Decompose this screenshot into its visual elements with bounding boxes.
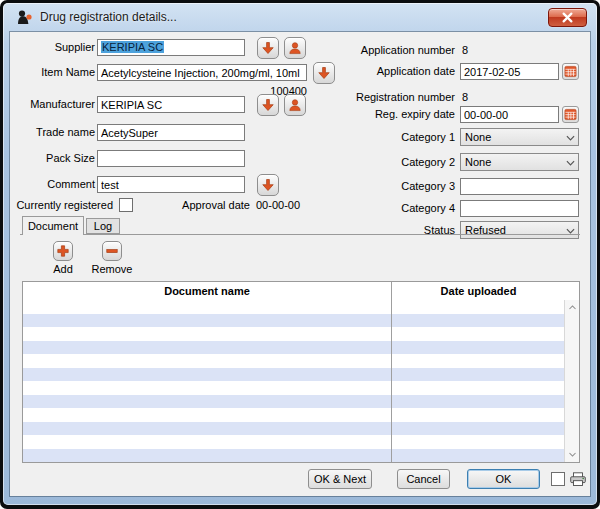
chevron-up-icon xyxy=(568,304,577,311)
table-row[interactable] xyxy=(23,381,579,395)
category2-value: None xyxy=(465,156,491,168)
scroll-up-button[interactable] xyxy=(565,300,580,315)
down-arrow-icon xyxy=(261,98,275,112)
pack-size-label: Pack Size xyxy=(10,150,95,167)
supplier-input[interactable]: KERIPIA SC xyxy=(97,39,245,56)
category1-value: None xyxy=(465,131,491,143)
registration-number-value: 8 xyxy=(462,89,468,106)
close-button[interactable] xyxy=(548,8,587,27)
application-number-value: 8 xyxy=(462,42,468,59)
person-icon xyxy=(288,41,302,55)
reg-expiry-date-calendar-button[interactable] xyxy=(562,106,579,123)
calendar-icon xyxy=(564,65,577,78)
table-row[interactable] xyxy=(23,449,579,463)
person-icon xyxy=(288,98,302,112)
trade-name-label: Trade name xyxy=(10,124,95,141)
table-row[interactable] xyxy=(23,368,579,382)
category4-input[interactable] xyxy=(460,200,579,217)
application-number-label: Application number xyxy=(310,42,455,59)
manufacturer-contact-button[interactable] xyxy=(284,94,306,116)
chevron-down-icon xyxy=(566,159,575,167)
documents-table: Document name Date uploaded xyxy=(22,281,580,463)
item-name-label: Item Name xyxy=(10,64,95,81)
add-document-button[interactable] xyxy=(53,241,73,261)
reg-expiry-date-input[interactable] xyxy=(460,106,559,123)
down-arrow-icon xyxy=(261,41,275,55)
category4-label: Category 4 xyxy=(310,200,455,217)
chevron-down-icon xyxy=(566,134,575,142)
column-divider xyxy=(391,282,392,462)
table-row[interactable] xyxy=(23,435,579,449)
category1-label: Category 1 xyxy=(310,129,455,146)
remove-button-label: Remove xyxy=(87,263,137,275)
column-header-date-uploaded[interactable]: Date uploaded xyxy=(391,282,566,300)
status-label: Status xyxy=(310,222,455,239)
pack-size-input[interactable] xyxy=(97,150,245,167)
plus-icon xyxy=(56,244,70,258)
application-date-calendar-button[interactable] xyxy=(562,63,579,80)
comment-label: Comment xyxy=(10,176,95,193)
table-row[interactable] xyxy=(23,300,579,314)
remove-document-button[interactable] xyxy=(102,241,122,261)
ok-next-button[interactable]: OK & Next xyxy=(308,469,372,489)
category2-label: Category 2 xyxy=(310,154,455,171)
document-table-body xyxy=(23,300,579,462)
calendar-icon xyxy=(564,108,577,121)
supplier-label: Supplier xyxy=(10,39,95,56)
tab-log[interactable]: Log xyxy=(86,218,120,234)
supplier-selected-text: KERIPIA SC xyxy=(101,41,164,53)
print-checkbox[interactable] xyxy=(551,472,565,486)
comment-expand-button[interactable] xyxy=(257,174,279,196)
table-row[interactable] xyxy=(23,395,579,409)
category2-select[interactable]: None xyxy=(460,153,579,171)
category3-label: Category 3 xyxy=(310,178,455,195)
down-arrow-icon xyxy=(261,178,275,192)
add-button-label: Add xyxy=(43,263,83,275)
category3-input[interactable] xyxy=(460,178,579,195)
ok-button[interactable]: OK xyxy=(467,469,540,489)
table-row[interactable] xyxy=(23,408,579,422)
supplier-contact-button[interactable] xyxy=(284,37,306,59)
supplier-lookup-button[interactable] xyxy=(257,37,279,59)
column-header-document-name[interactable]: Document name xyxy=(23,282,391,300)
cancel-button[interactable]: Cancel xyxy=(397,469,450,489)
table-row[interactable] xyxy=(23,314,579,328)
registration-number-label: Registration number xyxy=(310,89,455,106)
manufacturer-label: Manufacturer xyxy=(10,96,95,113)
comment-input[interactable] xyxy=(97,176,245,193)
status-select[interactable]: Refused xyxy=(460,221,579,239)
application-date-input[interactable] xyxy=(460,63,559,80)
currently-registered-label: Currently registered xyxy=(10,197,113,214)
documents-table-header: Document name Date uploaded xyxy=(23,282,579,300)
drug-registration-dialog: Drug registration details... Supplier KE… xyxy=(0,0,600,509)
application-date-label: Application date xyxy=(310,63,455,80)
reg-expiry-date-label: Reg. expiry date xyxy=(310,106,455,123)
currently-registered-checkbox[interactable] xyxy=(119,198,133,212)
msupply-logo-icon xyxy=(14,8,34,28)
printer-icon[interactable] xyxy=(569,470,587,488)
approval-date-label: Approval date xyxy=(165,197,250,214)
table-scrollbar[interactable] xyxy=(564,300,579,462)
item-name-input[interactable] xyxy=(97,64,307,81)
table-row[interactable] xyxy=(23,422,579,436)
dialog-client-area: Supplier KERIPIA SC Item Name 100400 Man… xyxy=(10,32,590,496)
close-icon xyxy=(562,12,573,23)
category1-select[interactable]: None xyxy=(460,128,579,146)
tab-document[interactable]: Document xyxy=(22,216,84,235)
table-row[interactable] xyxy=(23,327,579,341)
trade-name-input[interactable] xyxy=(97,124,245,141)
titlebar[interactable]: Drug registration details... xyxy=(3,3,597,32)
table-row[interactable] xyxy=(23,354,579,368)
scroll-down-button[interactable] xyxy=(565,447,580,462)
minus-icon xyxy=(105,244,119,258)
approval-date-value: 00-00-00 xyxy=(256,197,300,214)
tab-strip-divider xyxy=(20,234,580,235)
chevron-down-icon xyxy=(568,451,577,458)
manufacturer-lookup-button[interactable] xyxy=(257,94,279,116)
window-title: Drug registration details... xyxy=(40,3,177,32)
manufacturer-input[interactable] xyxy=(97,96,245,113)
table-row[interactable] xyxy=(23,341,579,355)
